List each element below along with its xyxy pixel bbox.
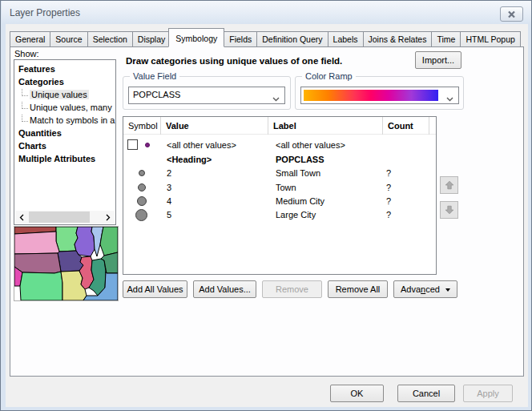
ok-button[interactable]: OK (330, 385, 384, 402)
remove-button[interactable]: Remove (262, 280, 322, 298)
tab-labels[interactable]: Labels (328, 31, 364, 47)
tab-source[interactable]: Source (50, 31, 87, 47)
titlebar: Layer Properties (2, 1, 532, 24)
column-header-count[interactable]: Count (383, 117, 429, 135)
value-field-groupbox: Value Field POPCLASS (123, 76, 291, 110)
tree-branch-icon (22, 115, 28, 122)
color-ramp-groupbox: Color Ramp (295, 76, 464, 110)
dialog-client-area: General Source Selection Display Symbolo… (6, 24, 528, 407)
tab-time[interactable]: Time (431, 31, 461, 47)
scrollbar-thumb[interactable] (29, 212, 90, 223)
cancel-button[interactable]: Cancel (397, 385, 455, 402)
table-row-value-2[interactable]: 2 Small Town ? (123, 166, 436, 180)
show-item-features[interactable]: Features (14, 62, 116, 75)
show-item-match-to-symbols[interactable]: Match to symbols in a (14, 114, 116, 127)
all-other-values-symbol-icon[interactable] (145, 143, 150, 147)
tab-symbology[interactable]: Symbology (168, 28, 224, 47)
advanced-button[interactable]: Advanced (393, 280, 457, 298)
color-ramp-dropdown[interactable] (300, 87, 459, 104)
table-row-value-4[interactable]: 4 Medium City ? (123, 194, 436, 208)
show-list: Features Categories Unique values Unique… (14, 59, 116, 225)
table-row-value-3[interactable]: 3 Town ? (123, 180, 436, 195)
value-field-group-label: Value Field (130, 71, 179, 81)
add-all-values-button[interactable]: Add All Values (123, 280, 187, 298)
show-list-hscrollbar[interactable] (15, 211, 115, 224)
apply-button[interactable]: Apply (463, 385, 513, 402)
tab-selection[interactable]: Selection (87, 31, 133, 47)
table-header: Symbol Value Label Count (123, 117, 436, 135)
show-item-charts[interactable]: Charts (14, 139, 116, 152)
dropdown-caret-icon (445, 288, 450, 294)
column-header-symbol[interactable]: Symbol (123, 117, 161, 135)
arrow-up-icon (444, 179, 455, 191)
tab-html-popup[interactable]: HTML Popup (460, 31, 520, 47)
add-values-button[interactable]: Add Values... (193, 280, 256, 298)
tree-branch-icon (22, 89, 28, 96)
show-item-categories[interactable]: Categories (14, 75, 116, 88)
move-up-button[interactable] (440, 176, 458, 194)
scroll-left-arrow-icon[interactable] (15, 211, 28, 224)
tab-joins-relates[interactable]: Joins & Relates (363, 31, 433, 47)
chevron-down-icon (446, 94, 453, 103)
graduated-symbol-icon[interactable] (139, 170, 145, 176)
tab-display[interactable]: Display (132, 31, 171, 47)
remove-all-button[interactable]: Remove All (328, 280, 388, 298)
tab-general[interactable]: General (10, 31, 50, 47)
graduated-symbol-icon[interactable] (138, 183, 146, 191)
tree-branch-icon (22, 102, 28, 109)
close-icon (507, 10, 516, 18)
graduated-symbol-icon[interactable] (135, 209, 147, 221)
close-button[interactable] (500, 6, 523, 22)
color-ramp-gradient (304, 90, 438, 101)
graduated-symbol-icon[interactable] (137, 196, 147, 206)
show-item-unique-values[interactable]: Unique values (14, 88, 116, 101)
table-row-all-other-values[interactable]: <all other values> <all other values> (123, 138, 436, 152)
column-header-value[interactable]: Value (161, 117, 268, 135)
tab-bar: General Source Selection Display Symbolo… (10, 30, 520, 47)
table-row-value-5[interactable]: 5 Large City ? (123, 208, 436, 222)
show-item-multiple-attributes[interactable]: Multiple Attributes (14, 152, 116, 165)
unique-values-table: Symbol Value Label Count <all other valu… (123, 116, 437, 275)
chevron-down-icon (272, 94, 280, 103)
show-item-quantities[interactable]: Quantities (14, 127, 116, 139)
window-title: Layer Properties (10, 7, 80, 18)
draw-method-description: Draw categories using unique values of o… (126, 56, 342, 66)
show-item-unique-values-many[interactable]: Unique values, many (14, 101, 116, 114)
color-ramp-group-label: Color Ramp (302, 71, 356, 81)
layer-properties-dialog: Layer Properties General Source Selectio… (0, 0, 532, 411)
move-down-button[interactable] (440, 201, 458, 219)
map-preview-image (14, 227, 118, 300)
value-field-dropdown[interactable]: POPCLASS (128, 87, 285, 104)
tab-definition-query[interactable]: Definition Query (256, 31, 328, 47)
show-list-label: Show: (14, 49, 39, 58)
scroll-right-arrow-icon[interactable] (102, 211, 115, 224)
column-header-label[interactable]: Label (268, 117, 383, 135)
all-other-values-checkbox[interactable] (127, 139, 138, 150)
map-preview (14, 226, 119, 301)
table-row-heading[interactable]: <Heading> POPCLASS (123, 152, 436, 167)
arrow-down-icon (444, 204, 455, 216)
import-button[interactable]: Import... (415, 51, 461, 69)
symbology-tab-page: Show: Features Categories Unique values … (10, 46, 524, 377)
value-field-selected-value: POPCLASS (133, 90, 180, 99)
tab-fields[interactable]: Fields (224, 31, 257, 47)
